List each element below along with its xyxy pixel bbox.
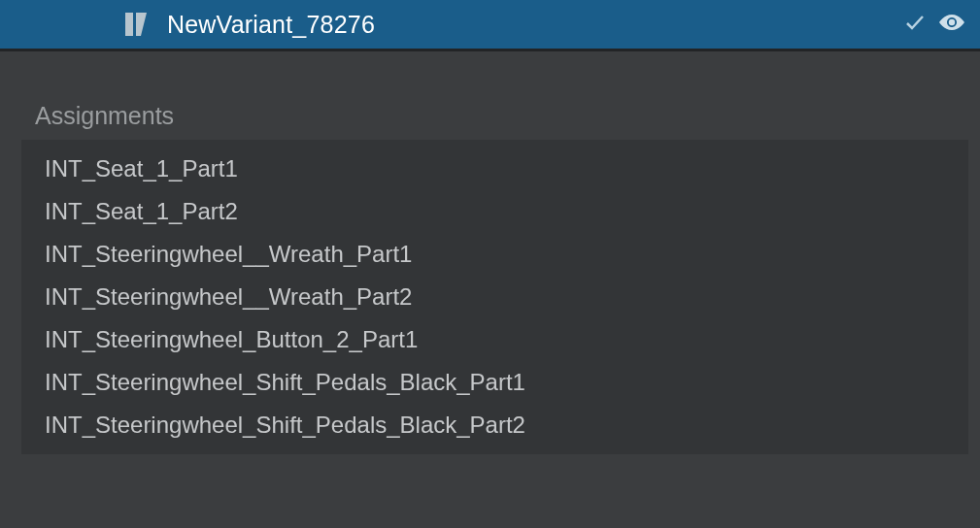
header-actions — [904, 12, 966, 37]
eye-icon[interactable] — [937, 12, 966, 37]
variant-icon — [122, 11, 150, 38]
assignments-heading: Assignments — [0, 102, 980, 140]
svg-point-0 — [949, 19, 955, 25]
list-item[interactable]: INT_Steeringwheel__Wreath_Part1 — [45, 233, 968, 276]
variant-title: NewVariant_78276 — [167, 11, 375, 39]
list-item[interactable]: INT_Seat_1_Part2 — [45, 190, 968, 233]
assignments-list: INT_Seat_1_Part1 INT_Seat_1_Part2 INT_St… — [21, 140, 968, 454]
list-item[interactable]: INT_Steeringwheel_Shift_Pedals_Black_Par… — [45, 404, 968, 446]
list-item[interactable]: INT_Steeringwheel__Wreath_Part2 — [45, 276, 968, 318]
list-item[interactable]: INT_Steeringwheel_Shift_Pedals_Black_Par… — [45, 361, 968, 404]
list-item[interactable]: INT_Seat_1_Part1 — [45, 148, 968, 190]
body-area: Assignments INT_Seat_1_Part1 INT_Seat_1_… — [0, 49, 980, 528]
header-bar: NewVariant_78276 — [0, 0, 980, 49]
check-icon[interactable] — [904, 13, 926, 36]
list-item[interactable]: INT_Steeringwheel_Button_2_Part1 — [45, 318, 968, 361]
